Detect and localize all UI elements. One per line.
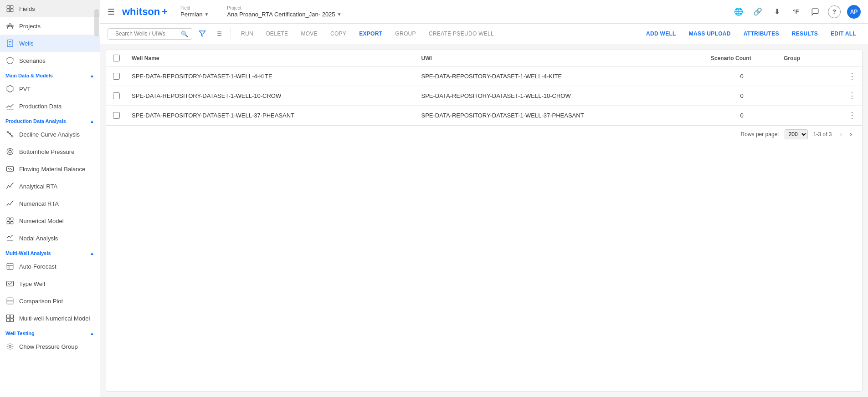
row-checkbox[interactable] bbox=[113, 92, 120, 99]
sidebar-item-comparison-plot[interactable]: Comparison Plot bbox=[0, 292, 100, 310]
temperature-icon[interactable]: °F bbox=[790, 5, 802, 18]
wells-table: Well Name UWI Scenario Count Group SPE-D… bbox=[106, 50, 862, 125]
actions-cell[interactable]: ⋮ bbox=[842, 86, 862, 106]
globe-icon[interactable]: 🌐 bbox=[732, 5, 745, 18]
fields-icon bbox=[5, 4, 15, 13]
select-all-checkbox[interactable] bbox=[113, 55, 120, 61]
field-value-selector[interactable]: Permian ▼ bbox=[180, 11, 209, 18]
link-icon[interactable]: 🔗 bbox=[751, 5, 764, 18]
rows-per-page-select[interactable]: 200 bbox=[785, 129, 808, 139]
sidebar-item-label: Nodal Analysis bbox=[19, 235, 58, 242]
scenario-count-cell: 0 bbox=[705, 106, 778, 125]
create-pseudo-button[interactable]: CREATE PSEUDO WELL bbox=[424, 29, 498, 39]
actions-cell[interactable]: ⋮ bbox=[842, 106, 862, 125]
sidebar-item-label: Chow Pressure Group bbox=[19, 343, 78, 350]
wells-table-container: Well Name UWI Scenario Count Group SPE-D… bbox=[106, 50, 863, 392]
row-checkbox[interactable] bbox=[113, 112, 120, 119]
sidebar-item-scenarios[interactable]: Scenarios bbox=[0, 52, 100, 69]
pvt-icon bbox=[5, 84, 15, 93]
scrollbar-thumb bbox=[94, 9, 99, 36]
well-name-cell: SPE-DATA-REPOSITORY-DATASET-1-WELL-10-CR… bbox=[126, 86, 416, 106]
avatar[interactable]: AP bbox=[847, 5, 861, 19]
search-input[interactable] bbox=[115, 31, 179, 37]
attributes-button[interactable]: ATTRIBUTES bbox=[739, 29, 784, 39]
export-button[interactable]: EXPORT bbox=[354, 29, 387, 39]
field-selector[interactable]: Field Permian ▼ bbox=[180, 5, 209, 18]
col-checkbox[interactable] bbox=[106, 50, 126, 66]
section-multi-well[interactable]: Multi-Well Analysis ▲ bbox=[0, 247, 100, 258]
rows-per-page-label: Rows per page: bbox=[741, 131, 779, 137]
group-button[interactable]: GROUP bbox=[390, 29, 421, 39]
search-minus: - bbox=[112, 31, 113, 37]
sidebar-item-label: Flowing Material Balance bbox=[19, 166, 85, 173]
row-actions-menu[interactable]: ⋮ bbox=[847, 110, 857, 120]
chat-icon[interactable] bbox=[809, 5, 822, 18]
wells-icon bbox=[5, 39, 15, 48]
svg-point-5 bbox=[7, 25, 9, 27]
row-actions-menu[interactable]: ⋮ bbox=[847, 71, 857, 81]
row-checkbox[interactable] bbox=[113, 73, 120, 80]
section-well-testing[interactable]: Well Testing ▲ bbox=[0, 327, 100, 338]
download-icon[interactable]: ⬇ bbox=[770, 5, 783, 18]
search-icon[interactable]: 🔍 bbox=[181, 31, 188, 37]
topbar: ☰ whitson+ Field Permian ▼ Project Ana P… bbox=[100, 0, 868, 24]
section-label: Production Data Analysis bbox=[5, 118, 66, 124]
results-button[interactable]: RESULTS bbox=[787, 29, 822, 39]
col-uwi: UWI bbox=[416, 50, 706, 66]
sidebar-item-projects[interactable]: Projects bbox=[0, 17, 100, 35]
sidebar-item-fields[interactable]: Fields bbox=[0, 0, 100, 17]
multi-numerical-icon bbox=[5, 314, 15, 323]
sidebar-item-numerical-rta[interactable]: Numerical RTA bbox=[0, 195, 100, 212]
section-main-data[interactable]: Main Data & Models ▲ bbox=[0, 69, 100, 80]
svg-point-17 bbox=[9, 150, 11, 153]
sidebar-item-auto-forecast[interactable]: Auto-Forecast bbox=[0, 258, 100, 275]
svg-rect-33 bbox=[7, 319, 10, 322]
mass-upload-button[interactable]: MASS UPLOAD bbox=[684, 29, 735, 39]
sidebar-item-wells[interactable]: Wells bbox=[0, 35, 100, 52]
filter-icon[interactable] bbox=[196, 27, 209, 40]
sidebar-item-label: Scenarios bbox=[19, 57, 46, 64]
svg-rect-31 bbox=[7, 315, 10, 318]
sidebar-item-label: Decline Curve Analysis bbox=[19, 131, 80, 138]
run-button[interactable]: RUN bbox=[236, 29, 258, 39]
row-checkbox-cell[interactable] bbox=[106, 66, 126, 86]
sidebar-item-production-data[interactable]: Production Data bbox=[0, 97, 100, 115]
section-production-analysis[interactable]: Production Data Analysis ▲ bbox=[0, 115, 100, 126]
edit-all-button[interactable]: EDIT ALL bbox=[826, 29, 861, 39]
chow-pressure-icon bbox=[5, 342, 15, 351]
project-value-selector[interactable]: Ana Proano_RTA Certification_Jan- 2025 ▼ bbox=[227, 11, 341, 18]
delete-button[interactable]: DELETE bbox=[262, 29, 293, 39]
sort-icon[interactable] bbox=[212, 27, 225, 40]
sidebar-item-flowing-material[interactable]: Flowing Material Balance bbox=[0, 160, 100, 178]
svg-rect-7 bbox=[7, 40, 13, 47]
row-actions-menu[interactable]: ⋮ bbox=[847, 91, 857, 101]
section-label: Multi-Well Analysis bbox=[5, 250, 51, 256]
sidebar-item-decline-curve[interactable]: Decline Curve Analysis bbox=[0, 126, 100, 143]
copy-button[interactable]: COPY bbox=[326, 29, 351, 39]
pagination-next[interactable]: › bbox=[847, 129, 855, 139]
section-label: Well Testing bbox=[5, 331, 35, 336]
sidebar-item-label: Numerical Model bbox=[19, 218, 64, 224]
sidebar-item-nodal-analysis[interactable]: Nodal Analysis bbox=[0, 229, 100, 247]
sidebar-item-multi-numerical[interactable]: Multi-well Numerical Model bbox=[0, 310, 100, 327]
add-well-button[interactable]: ADD WELL bbox=[642, 29, 681, 39]
hamburger-icon[interactable]: ☰ bbox=[108, 7, 115, 17]
sidebar-item-chow-pressure[interactable]: Chow Pressure Group bbox=[0, 338, 100, 355]
svg-rect-3 bbox=[10, 9, 13, 12]
search-box[interactable]: - 🔍 bbox=[108, 28, 192, 40]
pagination-prev[interactable]: ‹ bbox=[837, 129, 845, 139]
move-button[interactable]: MOVE bbox=[296, 29, 322, 39]
sidebar-item-label: Multi-well Numerical Model bbox=[19, 315, 90, 322]
sidebar-item-label: Analytical RTA bbox=[19, 183, 57, 190]
actions-cell[interactable]: ⋮ bbox=[842, 66, 862, 86]
project-selector[interactable]: Project Ana Proano_RTA Certification_Jan… bbox=[227, 5, 341, 18]
help-icon[interactable]: ? bbox=[828, 5, 841, 18]
sidebar-item-bottomhole[interactable]: Bottomhole Pressure bbox=[0, 143, 100, 160]
sidebar-item-analytical-rta[interactable]: Analytical RTA bbox=[0, 178, 100, 195]
sidebar-item-pvt[interactable]: PVT bbox=[0, 80, 100, 97]
row-checkbox-cell[interactable] bbox=[106, 106, 126, 125]
row-checkbox-cell[interactable] bbox=[106, 86, 126, 106]
sidebar-item-numerical-model[interactable]: Numerical Model bbox=[0, 212, 100, 229]
group-cell bbox=[778, 66, 842, 86]
sidebar-item-type-well[interactable]: Type Well bbox=[0, 275, 100, 292]
